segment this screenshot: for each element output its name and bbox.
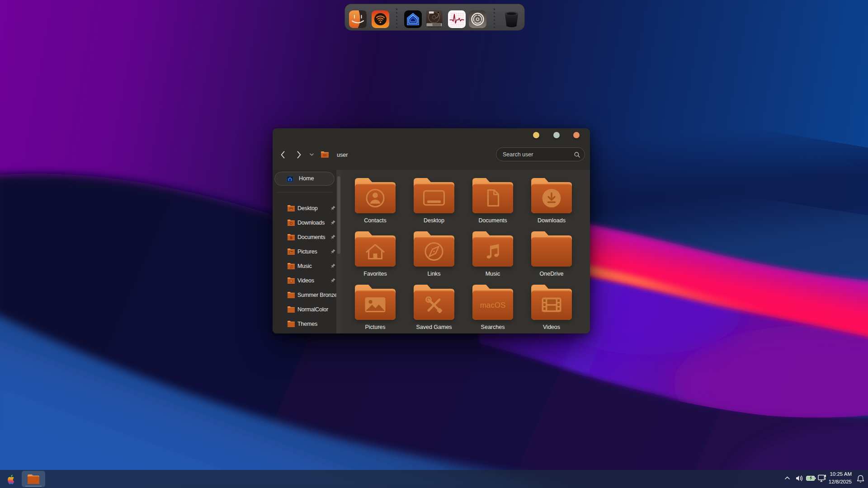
- svg-text:macOS: macOS: [480, 301, 506, 310]
